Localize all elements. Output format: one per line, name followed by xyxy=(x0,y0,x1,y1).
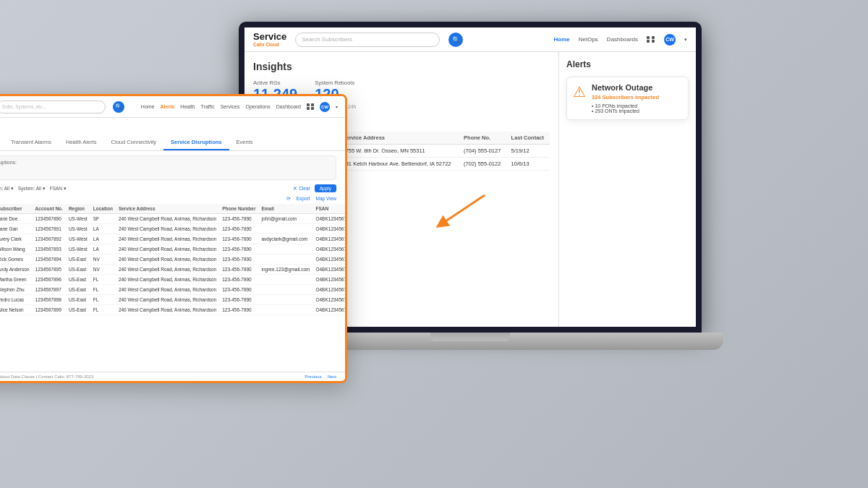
active-rgs-label: Active RGs xyxy=(253,80,297,86)
ops-grid-icon[interactable] xyxy=(307,103,314,110)
col-subscriber[interactable]: Subscriber xyxy=(0,204,33,214)
search-placeholder-text: Search Subscribers xyxy=(302,36,352,43)
service-logo-text: Service xyxy=(253,32,286,42)
col-email[interactable]: Email xyxy=(258,204,312,214)
table-row: 5/15/23, 6:48 PMAvery Clark1234567892US-… xyxy=(0,234,347,244)
insights-title: Insights xyxy=(253,61,550,72)
col-region[interactable]: Region xyxy=(66,204,90,214)
filter-clear-btn[interactable]: ✕ Clear xyxy=(293,186,310,192)
table-row: 5/15/23, 6:48 PMAlice Nelson1234567899US… xyxy=(0,305,347,315)
ops-nav-home[interactable]: Home xyxy=(141,104,155,109)
service-logo: Service Calix Cloud xyxy=(253,32,286,47)
ops-search-placeholder: Subs, Systems, etc... xyxy=(2,104,46,109)
footer-pagination: Previous Next xyxy=(305,374,336,379)
laptop-notch xyxy=(430,333,510,341)
ops-search-button[interactable]: 🔍 xyxy=(113,101,124,113)
footer-prev[interactable]: Previous xyxy=(305,374,321,379)
alert-impacted: 324 Subscribers impacted xyxy=(592,94,659,100)
col-service-address[interactable]: Service Address xyxy=(116,204,219,214)
ops-nav: Home Alerts Health Traffic Services Oper… xyxy=(141,102,338,112)
ops-tabs: System Alarms Transient Alarms Health Al… xyxy=(0,135,345,151)
export-btn[interactable]: Export xyxy=(297,196,310,202)
ops-user-chevron[interactable]: ▾ xyxy=(336,104,338,109)
disruptions-label: Total Service Disruptions: xyxy=(0,160,17,165)
system-reboots-label: System Reboots xyxy=(315,80,356,86)
service-disruptions-table: Report Time ↓ Subscriber Account No. Reg… xyxy=(0,204,347,315)
service-search-bar[interactable]: Search Subscribers xyxy=(295,33,440,47)
tab-health-alerts[interactable]: Health Alerts xyxy=(59,135,104,150)
alert-card-content: Network Outage 324 Subscribers impacted … xyxy=(592,83,659,114)
footer-next[interactable]: Next xyxy=(328,374,336,379)
operations-overlay: Operations Calix Cloud Subs, Systems, et… xyxy=(0,94,347,383)
tab-service-disruptions[interactable]: Service Disruptions xyxy=(163,135,229,150)
ops-header: Operations Calix Cloud Subs, Systems, et… xyxy=(0,96,345,118)
table-row: 5/15/23, 6:48 PMAndy Anderson1234567895U… xyxy=(0,265,347,275)
alerts-title: Alerts xyxy=(566,59,689,69)
map-view-btn[interactable]: Map View xyxy=(316,196,336,202)
refresh-btn[interactable]: ⟳ xyxy=(286,196,291,202)
table-row: 5/15/23, 6:48 PMStephen Zhu1234567897US-… xyxy=(0,285,347,295)
col-contact: Last Contact xyxy=(507,132,550,145)
col-address: Service Address xyxy=(339,132,460,145)
nav-home[interactable]: Home xyxy=(554,36,570,43)
filter-location[interactable]: Location: All ▾ xyxy=(0,186,14,192)
nav-netops[interactable]: NetOps xyxy=(579,36,598,43)
col-fsan[interactable]: FSAN xyxy=(312,204,347,214)
filter-fsan[interactable]: FSAN ▾ xyxy=(50,186,67,192)
table-row: 5/15/23, 6:48 PMMartha Green1234567896US… xyxy=(0,275,347,285)
alert-card-title: Network Outage xyxy=(592,83,659,92)
ops-nav-dashboard[interactable]: Dashboard xyxy=(276,104,301,109)
service-nav: Home NetOps Dashboards CW ▾ xyxy=(554,34,688,46)
service-search-button[interactable]: 🔍 xyxy=(448,33,463,47)
ops-nav-operations[interactable]: Operations xyxy=(246,104,271,109)
filter-system[interactable]: System: All ▾ xyxy=(18,186,46,192)
ops-nav-health[interactable]: Health xyxy=(180,104,195,109)
service-header: Service Calix Cloud Search Subscribers 🔍… xyxy=(244,27,696,52)
col-phone-number[interactable]: Phone Number xyxy=(219,204,258,214)
table-row: 5/15/23, 6:48 PMWilson Wang1234567893US-… xyxy=(0,244,347,254)
col-account-no[interactable]: Account No. xyxy=(33,204,66,214)
table-row: 5/15/23, 6:48 PMRick Gomes1234567894US-E… xyxy=(0,254,347,265)
table-header-row: Report Time ↓ Subscriber Account No. Reg… xyxy=(0,204,347,214)
service-alerts-sidebar: Alerts ⚠ Network Outage 324 Subscribers … xyxy=(558,52,696,327)
col-phone: Phone No. xyxy=(459,132,506,145)
ops-nav-alerts[interactable]: Alerts xyxy=(161,104,175,109)
table-row: 5/15/23, 6:48 PMJane Gan1234567891US-Wes… xyxy=(0,224,347,234)
calix-cloud-text: Calix Cloud xyxy=(253,42,286,47)
user-avatar[interactable]: CW xyxy=(664,34,676,46)
col-location[interactable]: Location xyxy=(90,204,116,214)
tab-cloud-connectivity[interactable]: Cloud Connectivity xyxy=(104,135,164,150)
ops-nav-services[interactable]: Services xyxy=(221,104,240,109)
filter-actions: ✕ Clear Apply xyxy=(293,184,336,192)
alert-detail-1: • 10 PONs impacted xyxy=(592,103,659,108)
tab-transient-alarms[interactable]: Transient Alarms xyxy=(4,135,59,150)
ops-page-title: Alerts xyxy=(0,118,345,135)
tab-events[interactable]: Events xyxy=(229,135,260,150)
alert-warning-icon: ⚠ xyxy=(573,83,586,100)
footer-terms: Terms and Conditions | About Data Clause… xyxy=(0,374,93,379)
ops-search-bar[interactable]: Subs, Systems, etc... xyxy=(0,100,106,114)
alert-detail-2: • 293 ONTs impacted xyxy=(592,108,659,114)
filter-row: Region: All ▾ Location: All ▾ System: Al… xyxy=(0,184,336,192)
grid-icon[interactable] xyxy=(647,36,655,43)
ops-nav-traffic[interactable]: Traffic xyxy=(201,104,215,109)
ops-footer: Terms and Conditions | About Data Clause… xyxy=(0,372,345,381)
disruptions-count-box: Total Service Disruptions: 324 xyxy=(0,155,336,180)
alert-card: ⚠ Network Outage 324 Subscribers impacte… xyxy=(566,77,689,120)
user-chevron[interactable]: ▾ xyxy=(684,37,687,43)
nav-dashboards[interactable]: Dashboards xyxy=(607,36,638,43)
table-row: 5/15/23, 6:48 PMPedro Lucas1234567898US-… xyxy=(0,295,347,305)
ops-user-avatar[interactable]: CW xyxy=(320,102,330,112)
table-row: 5/15/23, 5:48 PMJane Doe1234567890US-Wes… xyxy=(0,214,347,224)
filter-apply-btn[interactable]: Apply xyxy=(315,184,336,192)
table-actions: ⟳ Export Map View xyxy=(0,196,336,202)
disruptions-count: 324 xyxy=(0,165,330,176)
ops-body: Total Service Disruptions: 324 Region: A… xyxy=(0,151,345,320)
